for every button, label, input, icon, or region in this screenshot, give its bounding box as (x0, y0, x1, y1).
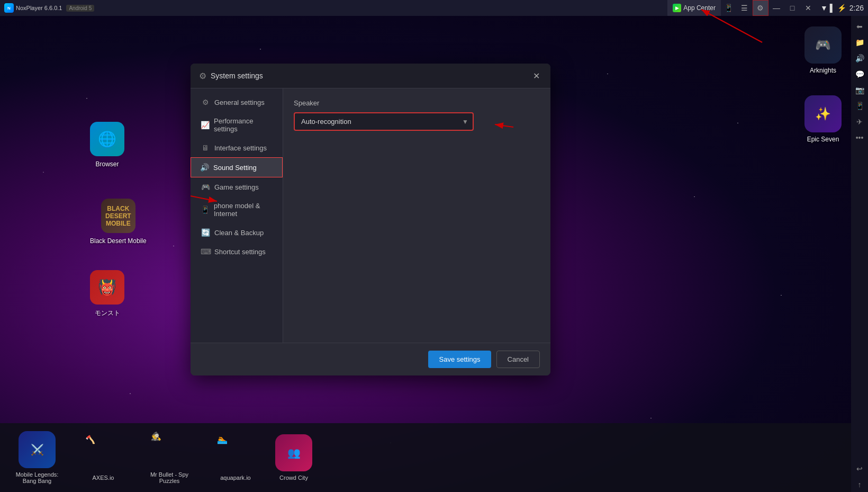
sound-icon: 🔊 (200, 163, 209, 172)
nav-sound-label: Sound Setting (213, 164, 257, 172)
nav-interface-label: Interface settings (214, 144, 267, 152)
performance-icon: 📈 (201, 121, 210, 129)
nav-general[interactable]: ⚙ General settings (191, 93, 283, 112)
nav-performance[interactable]: 📈 Performance settings (191, 112, 283, 138)
modal-backdrop: ⚙ System settings ✕ ⚙ General settings 📈… (0, 0, 868, 492)
interface-icon: 🖥 (201, 144, 210, 152)
dialog-content: Speaker Auto-recognition Default Speaker… (283, 88, 550, 343)
general-icon: ⚙ (201, 98, 210, 106)
save-settings-button[interactable]: Save settings (428, 351, 491, 368)
nav-interface[interactable]: 🖥 Interface settings (191, 138, 283, 157)
settings-nav: ⚙ General settings 📈 Performance setting… (191, 88, 283, 343)
speaker-label: Speaker (294, 99, 540, 107)
nav-phone-label: phone model & Internet (214, 202, 274, 218)
nav-game-label: Game settings (214, 183, 259, 191)
dialog-header: ⚙ System settings ✕ (191, 64, 550, 88)
settings-gear-icon: ⚙ (199, 71, 206, 81)
settings-dialog: ⚙ System settings ✕ ⚙ General settings 📈… (191, 64, 550, 375)
nav-performance-label: Performance settings (214, 117, 274, 133)
nav-game[interactable]: 🎮 Game settings (191, 177, 283, 196)
dialog-body: ⚙ General settings 📈 Performance setting… (191, 88, 550, 343)
cancel-button[interactable]: Cancel (496, 351, 540, 368)
nav-general-label: General settings (214, 99, 265, 106)
nav-shortcut-label: Shortcut settings (214, 248, 266, 256)
nav-backup-label: Clean & Backup (214, 229, 264, 237)
game-icon: 🎮 (201, 183, 210, 191)
speaker-select-wrapper: Auto-recognition Default Speaker Headpho… (294, 112, 474, 131)
dialog-close-button[interactable]: ✕ (530, 70, 542, 82)
speaker-select[interactable]: Auto-recognition Default Speaker Headpho… (294, 112, 474, 131)
nav-sound[interactable]: 🔊 Sound Setting (191, 157, 283, 177)
nav-shortcut[interactable]: ⌨ Shortcut settings (191, 242, 283, 261)
dialog-title: System settings (211, 71, 263, 80)
phone-icon: 📱 (201, 205, 210, 214)
shortcut-icon: ⌨ (201, 247, 210, 256)
backup-icon: 🔄 (201, 228, 210, 237)
dialog-footer: Save settings Cancel (191, 343, 550, 375)
nav-backup[interactable]: 🔄 Clean & Backup (191, 223, 283, 242)
nav-phone[interactable]: 📱 phone model & Internet (191, 196, 283, 223)
